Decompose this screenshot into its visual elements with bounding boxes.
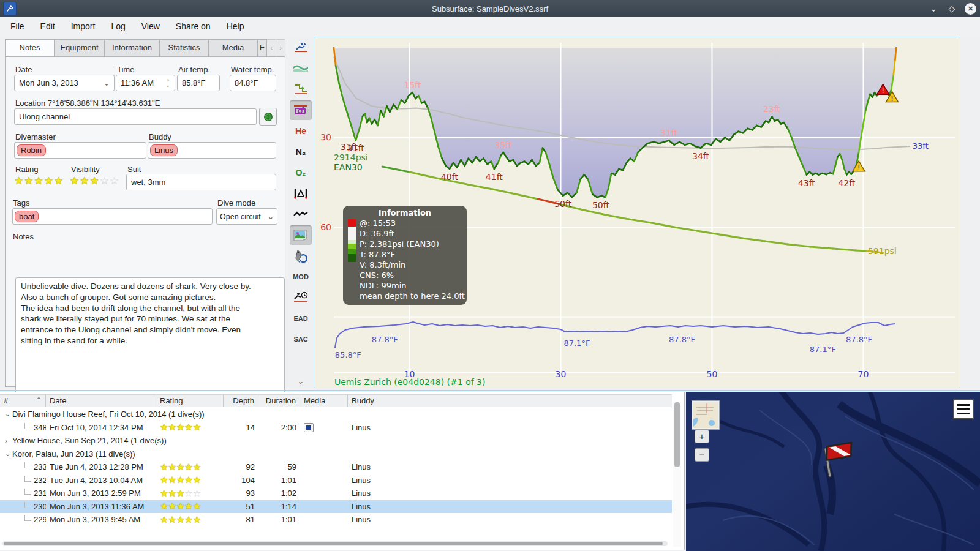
- column-header-buddy[interactable]: Buddy: [348, 395, 672, 407]
- star-filled-icon[interactable]: ★: [193, 422, 201, 432]
- star-filled-icon[interactable]: ★: [54, 175, 64, 187]
- star-filled-icon[interactable]: ★: [160, 474, 168, 485]
- star-filled-icon[interactable]: ★: [176, 514, 184, 525]
- photos-icon[interactable]: [290, 225, 312, 245]
- star-filled-icon[interactable]: ★: [34, 175, 44, 187]
- star-filled-icon[interactable]: ★: [160, 422, 168, 432]
- star-filled-icon[interactable]: ★: [193, 514, 201, 525]
- star-filled-icon[interactable]: ★: [176, 488, 184, 498]
- menu-log[interactable]: Log: [103, 19, 133, 34]
- star-filled-icon[interactable]: ★: [184, 462, 192, 472]
- maximize-icon[interactable]: ◇: [946, 4, 957, 13]
- tank-bar-icon[interactable]: [290, 246, 312, 266]
- star-filled-icon[interactable]: ★: [168, 474, 176, 485]
- nitrogen-graph-icon[interactable]: N₂: [290, 142, 312, 162]
- star-filled-icon[interactable]: ★: [176, 462, 184, 472]
- close-icon[interactable]: ✕: [965, 3, 976, 15]
- star-filled-icon[interactable]: ★: [70, 175, 80, 187]
- column-header-date[interactable]: Date: [46, 395, 156, 407]
- star-filled-icon[interactable]: ★: [44, 175, 54, 187]
- trip-row[interactable]: ⌄Divi Flamingo House Reef, Fri Oct 10, 2…: [0, 408, 672, 421]
- star-filled-icon[interactable]: ★: [184, 474, 192, 485]
- star-empty-icon[interactable]: ☆: [184, 488, 192, 498]
- star-filled-icon[interactable]: ★: [168, 488, 176, 498]
- air-temp-input[interactable]: 85.8°F: [177, 75, 220, 91]
- star-filled-icon[interactable]: ★: [168, 501, 176, 511]
- globe-button[interactable]: [259, 108, 277, 126]
- tab-scroll-right-icon[interactable]: ›: [276, 39, 285, 56]
- tab-statistics[interactable]: Statistics: [159, 39, 208, 56]
- star-filled-icon[interactable]: ★: [168, 514, 176, 525]
- tag-chip[interactable]: boat: [15, 211, 39, 222]
- star-filled-icon[interactable]: ★: [160, 514, 168, 525]
- time-spinner-icon[interactable]: ⌃⌄: [165, 80, 170, 87]
- dive-profile-icon[interactable]: [290, 38, 312, 58]
- star-filled-icon[interactable]: ★: [193, 462, 201, 472]
- setpoint-icon[interactable]: [290, 184, 312, 203]
- dive-row-229[interactable]: 229Mon Jun 3, 2013 9:45 AM★★★★★811:01Lin…: [0, 513, 672, 527]
- star-empty-icon[interactable]: ☆: [100, 175, 110, 187]
- star-filled-icon[interactable]: ★: [193, 501, 201, 511]
- dive-mode-select[interactable]: Open circuit⌄: [216, 208, 277, 225]
- star-empty-icon[interactable]: ☆: [110, 175, 119, 187]
- tab-scroll-left-icon[interactable]: ‹: [267, 39, 276, 56]
- helium-graph-icon[interactable]: He: [290, 121, 312, 141]
- water-temp-input[interactable]: 84.8°F: [230, 75, 276, 91]
- visibility-stars[interactable]: ★★★☆☆: [70, 174, 119, 187]
- star-filled-icon[interactable]: ★: [176, 474, 184, 485]
- map-menu-button[interactable]: [953, 399, 974, 419]
- minimize-icon[interactable]: ⌄: [928, 4, 939, 13]
- dive-list-vertical-scrollbar[interactable]: [673, 402, 681, 547]
- star-filled-icon[interactable]: ★: [168, 462, 176, 472]
- mod-icon[interactable]: MOD: [290, 267, 312, 287]
- dive-list-horizontal-scrollbar[interactable]: [2, 541, 668, 546]
- dive-row-233[interactable]: 233Tue Jun 4, 2013 12:28 PM★★★★★9259Linu…: [0, 460, 672, 474]
- waves-icon[interactable]: [290, 59, 312, 78]
- dive-list-header[interactable]: #⌃DateRatingDepthDurationMediaBuddy: [0, 394, 672, 407]
- column-header-num[interactable]: #⌃: [0, 395, 46, 407]
- dive-row-348[interactable]: 348Fri Oct 10, 2014 12:34 PM★★★★★142:00L…: [0, 421, 672, 435]
- column-header-duration[interactable]: Duration: [258, 395, 300, 407]
- tab-media[interactable]: Media: [208, 39, 257, 56]
- dive-site-map[interactable]: + −: [686, 392, 980, 551]
- tab-e[interactable]: E: [257, 39, 267, 56]
- star-filled-icon[interactable]: ★: [193, 474, 201, 485]
- star-empty-icon[interactable]: ☆: [193, 488, 201, 498]
- star-filled-icon[interactable]: ★: [184, 514, 192, 525]
- menu-import[interactable]: Import: [63, 19, 104, 34]
- rating-stars[interactable]: ★★★★★: [14, 174, 64, 187]
- suit-input[interactable]: wet, 3mm: [126, 174, 276, 190]
- tab-information[interactable]: Information: [104, 39, 159, 56]
- menu-edit[interactable]: Edit: [32, 19, 63, 34]
- dive-row-232[interactable]: 232Tue Jun 4, 2013 10:04 AM★★★★★1041:01L…: [0, 474, 672, 487]
- star-filled-icon[interactable]: ★: [160, 488, 168, 498]
- menu-view[interactable]: View: [134, 19, 168, 34]
- chevron-right-icon[interactable]: ›: [0, 437, 12, 444]
- star-filled-icon[interactable]: ★: [176, 501, 184, 511]
- dc-ceiling-icon[interactable]: [290, 100, 312, 120]
- sac-icon[interactable]: SAC: [290, 329, 312, 349]
- title-bar[interactable]: Subsurface: SampleDivesV2.ssrf ⌄ ◇ ✕: [0, 0, 980, 17]
- column-header-depth[interactable]: Depth: [224, 395, 258, 407]
- map-overview-thumbnail[interactable]: [692, 401, 719, 429]
- menu-file[interactable]: File: [2, 19, 32, 34]
- splitter[interactable]: [0, 390, 980, 391]
- date-input[interactable]: Mon Jun 3, 2013⌄: [14, 75, 115, 91]
- media-thumbnail-icon[interactable]: [304, 423, 314, 432]
- dive-row-230[interactable]: 230Mon Jun 3, 2013 11:36 AM★★★★★511:14Li…: [0, 500, 672, 514]
- toolbar-scroll-down-icon[interactable]: ⌄: [288, 377, 314, 386]
- column-header-rating[interactable]: Rating: [156, 395, 224, 407]
- star-filled-icon[interactable]: ★: [184, 422, 192, 432]
- chevron-down-icon[interactable]: ⌄: [0, 450, 12, 458]
- star-filled-icon[interactable]: ★: [176, 422, 184, 432]
- buddy-input[interactable]: Linus: [148, 142, 276, 159]
- time-input[interactable]: 11:36 AM⌃⌄: [116, 75, 175, 91]
- calculated-ceiling-icon[interactable]: [290, 80, 312, 99]
- buddy-tag[interactable]: Linus: [150, 144, 178, 156]
- trip-row[interactable]: ⌄Koror, Palau, Jun 2013 (11 dive(s)): [0, 448, 672, 461]
- heartrate-icon[interactable]: [290, 204, 312, 224]
- divemaster-input[interactable]: Robin: [14, 142, 146, 159]
- divemaster-tag[interactable]: Robin: [17, 144, 46, 156]
- tags-input[interactable]: boat: [12, 208, 213, 225]
- star-filled-icon[interactable]: ★: [168, 422, 176, 432]
